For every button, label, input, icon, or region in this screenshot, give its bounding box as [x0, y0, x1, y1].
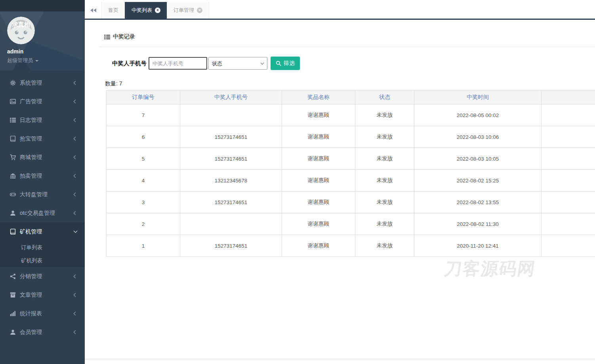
cell-time: 2022-08-03 10:06 [414, 126, 542, 148]
cell-phone: 15273174651 [180, 126, 282, 148]
table-row: 7 谢谢惠顾 未发放 2022-08-05 00:02 [107, 104, 595, 126]
cell-status: 未发放 [355, 104, 414, 126]
table-row: 2 谢谢惠顾 未发放 2022-08-02 11:30 [107, 213, 595, 235]
cell-phone [180, 213, 282, 235]
cell-status: 未发放 [355, 148, 414, 170]
collapse-tabs-button[interactable] [85, 2, 101, 19]
table-header-cell: 订单编号 [107, 91, 180, 104]
cart-icon [10, 154, 16, 160]
sidebar-item-wheel[interactable]: 大转盘管理 [0, 185, 85, 204]
filter-label: 中奖人手机号 [112, 60, 147, 67]
sidebar-item-label: 拍卖管理 [20, 173, 74, 180]
tab-label: 中奖列表 [132, 7, 152, 14]
table-row: 1 15273174651 谢谢惠顾 未发放 2020-11-20 12:41 [107, 235, 595, 257]
chevron-icon [74, 229, 78, 233]
sidebar-item-label: 日志管理 [20, 117, 74, 124]
sidebar-top-strip [0, 0, 85, 11]
cell-time: 2022-08-02 11:30 [414, 213, 542, 235]
close-tab-icon[interactable] [155, 8, 160, 13]
table-header-cell: 中奖时间 [414, 91, 542, 104]
sidebar-item-reports[interactable]: 统计报表 [0, 304, 85, 323]
sidebar-item-mall[interactable]: 商城管理 [0, 148, 85, 167]
tab-bar: 首页 中奖列表 订单管理 [85, 0, 595, 20]
cell-status: 未发放 [355, 170, 414, 191]
cell-prize: 谢谢惠顾 [282, 104, 355, 126]
cell-time: 2022-08-02 15:25 [414, 170, 542, 191]
table-header-cell: 奖品名称 [282, 91, 355, 104]
prize-table: 订单编号中奖人手机号奖品名称状态中奖时间 7 谢谢惠顾 未发放 2022-08-… [106, 90, 595, 257]
chevron-icon [74, 100, 78, 104]
sidebar-item-otc[interactable]: otc交易盘管理 [0, 204, 85, 222]
tabs: 首页 中奖列表 订单管理 [101, 2, 209, 19]
chart-icon [10, 311, 16, 317]
sidebar-item-distribution[interactable]: 分销管理 [0, 267, 85, 286]
chevron-icon [74, 81, 78, 85]
cell-phone [180, 104, 282, 126]
cell-extra [542, 148, 595, 170]
sidebar-item-miner[interactable]: 矿机管理 [0, 222, 85, 241]
table-header-cell [542, 91, 595, 104]
avatar[interactable]: 求真相 [7, 17, 35, 44]
cell-phone: 15273174651 [180, 235, 282, 257]
sidebar-item-articles[interactable]: 文章管理 [0, 286, 85, 304]
sidebar-item-logs[interactable]: 日志管理 [0, 111, 85, 129]
cell-prize: 谢谢惠顾 [282, 213, 355, 235]
phone-filter-input[interactable] [149, 57, 207, 70]
sidebar-item-label: otc交易盘管理 [20, 210, 74, 217]
cell-time: 2022-08-03 10:05 [414, 148, 542, 170]
avatar-text: 求真相 [12, 21, 30, 28]
book-icon [10, 136, 16, 142]
sidebar: 求真相 admin 超级管理员 系统管理 广告管理 [0, 0, 85, 364]
tab-home[interactable]: 首页 [101, 2, 125, 19]
chevron-icon [74, 293, 78, 297]
sidebar-item-members[interactable]: 会员管理 [0, 323, 85, 341]
watermark: 刀客源码网 [443, 257, 537, 281]
chevron-icon [74, 174, 78, 178]
sidebar-item-label: 分销管理 [20, 273, 74, 280]
cell-extra [542, 126, 595, 148]
tab-order-mgmt[interactable]: 订单管理 [167, 2, 209, 19]
cell-prize: 谢谢惠顾 [282, 235, 355, 257]
cell-time: 2022-08-02 13:55 [414, 191, 542, 213]
list-icon [104, 34, 110, 40]
app-root: 求真相 admin 超级管理员 系统管理 广告管理 [0, 0, 595, 364]
sidebar-item-label: 矿机列表 [21, 257, 77, 264]
cell-prize: 谢谢惠顾 [282, 148, 355, 170]
panel-title-text: 中奖记录 [113, 33, 135, 40]
share-icon [10, 273, 16, 279]
tab-prize-list[interactable]: 中奖列表 [125, 2, 167, 19]
user-role-label: 超级管理员 [7, 57, 33, 63]
sidebar-item-ads[interactable]: 广告管理 [0, 92, 85, 111]
cell-prize: 谢谢惠顾 [282, 191, 355, 213]
sidebar-item-system[interactable]: 系统管理 [0, 74, 85, 92]
tab-label: 首页 [108, 7, 118, 14]
count-value: 7 [119, 80, 122, 87]
filter-button[interactable]: 筛选 [271, 57, 300, 70]
close-tab-icon[interactable] [197, 8, 202, 13]
status-select[interactable]: 状态 [208, 57, 267, 70]
sidebar-item-miner-list[interactable]: 矿机列表 [0, 254, 85, 267]
record-count: 数量: 7 [105, 80, 595, 87]
cell-status: 未发放 [355, 191, 414, 213]
user-role-dropdown[interactable]: 超级管理员 [7, 57, 85, 64]
sidebar-item-label: 订单列表 [21, 244, 77, 251]
cell-phone: 13212345678 [180, 170, 282, 191]
list-icon [10, 117, 16, 123]
filter-button-label: 筛选 [284, 60, 295, 67]
cell-prize: 谢谢惠顾 [282, 170, 355, 191]
cell-status: 未发放 [355, 213, 414, 235]
sidebar-item-label: 文章管理 [20, 292, 74, 299]
chevron-icon [74, 330, 78, 334]
table-row: 4 13212345678 谢谢惠顾 未发放 2022-08-02 15:25 [107, 170, 595, 191]
table-row: 6 15273174651 谢谢惠顾 未发放 2022-08-03 10:06 [107, 126, 595, 148]
user-panel: 求真相 admin 超级管理员 [0, 11, 85, 70]
cell-extra [542, 104, 595, 126]
caret-down-icon [35, 60, 38, 62]
cell-order-no: 4 [107, 170, 180, 191]
table-row: 5 15273174651 谢谢惠顾 未发放 2022-08-03 10:05 [107, 148, 595, 170]
sidebar-item-label: 商城管理 [20, 154, 74, 161]
sidebar-item-treasure[interactable]: 抢宝管理 [0, 129, 85, 148]
sidebar-item-auction[interactable]: 拍卖管理 [0, 167, 85, 185]
sidebar-item-order-list[interactable]: 订单列表 [0, 241, 85, 254]
sidebar-item-label: 抢宝管理 [20, 135, 74, 142]
